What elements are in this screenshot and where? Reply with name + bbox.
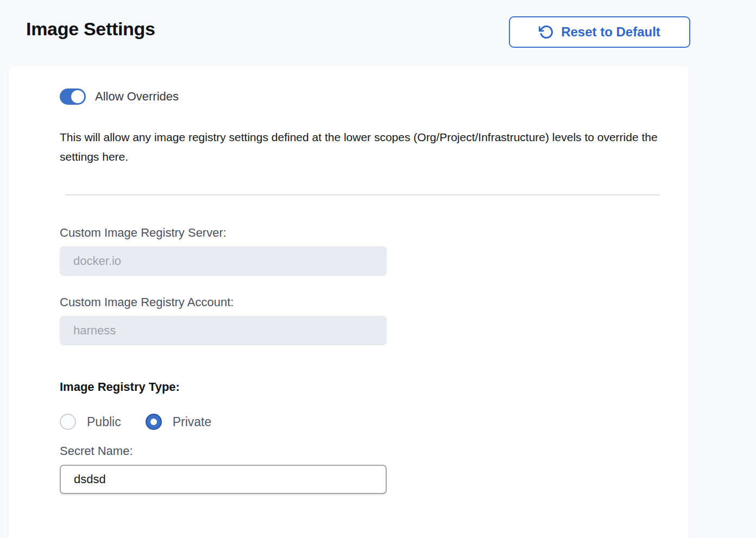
registry-type-heading: Image Registry Type: — [60, 380, 667, 394]
secret-name-label: Secret Name: — [60, 444, 667, 458]
registry-type-radio-group: Public Private — [60, 414, 667, 430]
registry-server-input[interactable] — [60, 246, 387, 276]
registry-server-label: Custom Image Registry Server: — [60, 226, 667, 240]
section-divider — [65, 194, 660, 195]
registry-account-label: Custom Image Registry Account: — [60, 295, 667, 309]
reset-button-label: Reset to Default — [561, 24, 660, 40]
secret-name-input[interactable] — [60, 465, 387, 494]
private-radio-button[interactable] — [146, 414, 162, 430]
radio-option-public[interactable]: Public — [60, 414, 121, 430]
image-settings-card: Allow Overrides This will allow any imag… — [9, 66, 689, 538]
overrides-description: This will allow any image registry setti… — [60, 128, 667, 167]
reset-to-default-button[interactable]: Reset to Default — [509, 16, 690, 48]
public-radio-label: Public — [87, 415, 121, 429]
allow-overrides-row: Allow Overrides — [60, 88, 667, 105]
page-title: Image Settings — [26, 18, 155, 40]
public-radio-button[interactable] — [60, 414, 76, 430]
allow-overrides-label: Allow Overrides — [95, 90, 179, 104]
reset-icon — [539, 24, 554, 40]
allow-overrides-toggle[interactable] — [60, 88, 86, 105]
radio-option-private[interactable]: Private — [146, 414, 212, 430]
private-radio-label: Private — [173, 415, 212, 429]
registry-account-input[interactable] — [60, 316, 387, 345]
toggle-knob — [71, 90, 84, 103]
secret-name-field-group: Secret Name: — [60, 444, 667, 494]
registry-account-field-group: Custom Image Registry Account: — [60, 295, 667, 345]
registry-server-field-group: Custom Image Registry Server: — [60, 226, 667, 276]
